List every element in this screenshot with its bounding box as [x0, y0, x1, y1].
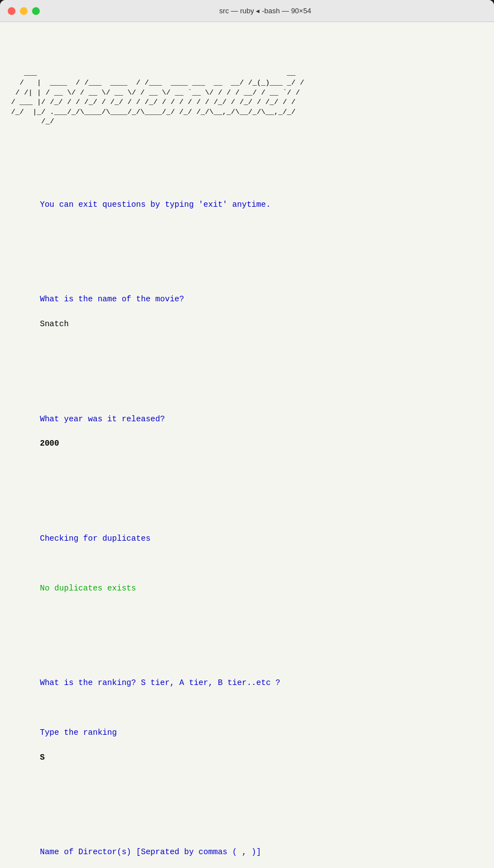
- maximize-button[interactable]: [32, 7, 40, 15]
- movie-name-answer: Snatch: [40, 320, 69, 328]
- movie-name-question: What is the name of the movie?: [40, 295, 184, 304]
- terminal-body: ___ __ / | ____ / /___ ____ / /___ ____ …: [0, 22, 494, 868]
- ranking-block: What is the ranking? S tier, A tier, B t…: [11, 664, 483, 776]
- year-question: What year was it released?: [40, 415, 165, 423]
- ascii-art: ___ __ / | ____ / /___ ____ / /___ ____ …: [11, 68, 483, 126]
- exit-hint-block: You can exit questions by typing 'exit' …: [11, 186, 483, 223]
- year-answer: 2000: [40, 439, 59, 448]
- titlebar: src — ruby ◂ -bash — 90×54: [0, 0, 494, 22]
- type-ranking-prompt: Type the ranking: [40, 728, 117, 737]
- ranking-answer: S: [40, 753, 45, 762]
- checking-duplicates-text: Checking for duplicates: [40, 534, 150, 543]
- year-block: What year was it released? 2000: [11, 400, 483, 462]
- close-button[interactable]: [8, 7, 15, 15]
- exit-hint-text: You can exit questions by typing 'exit' …: [40, 200, 271, 209]
- director-header: Name of Director(s) [Seprated by commas …: [40, 848, 261, 856]
- ranking-question: What is the ranking? S tier, A tier, B t…: [40, 678, 280, 687]
- movie-name-block: What is the name of the movie? Snatch: [11, 281, 483, 343]
- duplicates-block: Checking for duplicates No duplicates ex…: [11, 520, 483, 606]
- window-title: src — ruby ◂ -bash — 90×54: [44, 7, 486, 15]
- no-duplicates-text: No duplicates exists: [40, 584, 136, 593]
- terminal-window: src — ruby ◂ -bash — 90×54 ___ __ / | __…: [0, 0, 494, 868]
- minimize-button[interactable]: [20, 7, 28, 15]
- director-block: Name of Director(s) [Seprated by commas …: [11, 834, 483, 868]
